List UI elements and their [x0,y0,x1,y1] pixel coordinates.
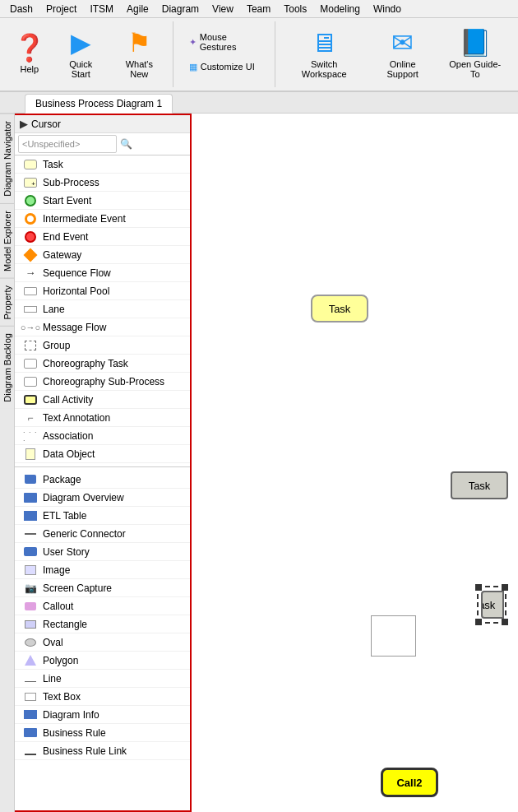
openguide-button[interactable]: 📘 Open Guide-To [440,22,510,86]
whatsnew-label: What's New [117,59,162,79]
tab-bar: Business Process Diagram 1 [0,92,518,114]
sidebar-item-line[interactable]: Line [15,670,190,688]
sidebar-item-message-flow[interactable]: ○→○ Message Flow [15,318,190,336]
sidebar-item-user-story[interactable]: User Story [15,543,190,561]
sidebar-item-call-activity[interactable]: Call Activity [15,391,190,409]
sidebar-item-text-box[interactable]: Text Box [15,688,190,706]
left-tab-explorer[interactable]: Model Explorer [0,203,14,278]
sidebar-item-start-event[interactable]: Start Event [15,192,190,210]
menu-view[interactable]: View [206,2,240,16]
generic-connector-icon [23,527,38,541]
toolbar-filter-area: <Unspecified> 🔍 [15,133,190,155]
screen-capture-icon: 📷 [23,582,38,595]
toolbar-input[interactable]: <Unspecified> [18,135,117,153]
switchworkspace-button[interactable]: 🖥 Switch Workspace [284,22,365,86]
left-tab-property[interactable]: Property [0,278,14,327]
menu-agile[interactable]: Agile [120,2,155,16]
menu-team[interactable]: Team [240,2,277,16]
sidebar-item-diagram-info[interactable]: Diagram Info [15,706,190,724]
sidebar-item-call-activity-label: Call Activity [43,394,93,406]
onlinesupport-button[interactable]: ✉ Online Support [368,22,437,86]
sidebar-item-image[interactable]: Image [15,561,190,579]
text-annotation-icon: ⌐ [23,411,38,425]
sidebar-item-gateway[interactable]: Gateway [15,246,190,264]
package-icon [23,473,38,486]
sidebar-item-task[interactable]: Task [15,155,190,174]
sidebar-item-diagram-overview[interactable]: Diagram Overview [15,489,190,507]
sidebar-item-intermediate-event[interactable]: Intermediate Event [15,210,190,228]
onlinesupport-icon: ✉ [391,30,414,56]
sequence-flow-icon: → [23,267,38,280]
sidebar-item-rectangle[interactable]: Rectangle [15,615,190,633]
whatsnew-button[interactable]: ⚑ What's New [111,22,168,86]
canvas-task2[interactable]: Task [451,471,508,499]
sidebar-item-callout[interactable]: Callout [15,597,190,615]
canvas-rect1[interactable] [371,615,416,657]
sidebar-item-generic-connector[interactable]: Generic Connector [15,525,190,543]
sidebar-item-choreography-subprocess[interactable]: Choreography Sub-Process [15,373,190,391]
sidebar-item-text-annotation-label: Text Annotation [43,412,110,424]
sidebar-item-rectangle-label: Rectangle [43,619,87,630]
menu-project[interactable]: Project [39,2,83,16]
customizeui-button[interactable]: ▦ Customize UI [182,55,270,78]
sidebar-item-oval[interactable]: Oval [15,633,190,652]
menu-bar: Dash Project ITSM Agile Diagram View Tea… [0,0,518,18]
canvas[interactable]: Task Task Task Call2 [192,114,518,812]
handle-tr [502,584,508,591]
sidebar-item-user-story-label: User Story [43,546,90,558]
sidebar-item-text-annotation[interactable]: ⌐ Text Annotation [15,409,190,427]
cursor-label: Cursor [31,118,61,130]
mousegestures-button[interactable]: ✦ Mouse Gestures [182,30,270,53]
sidebar-item-association-label: Association [43,430,93,442]
sidebar-item-diagram-overview-label: Diagram Overview [43,492,124,503]
toolbar-search-icon[interactable]: 🔍 [120,138,132,150]
cursor-row[interactable]: ▶ Cursor [15,115,190,133]
openguide-label: Open Guide-To [446,59,504,79]
data-object-icon [23,448,38,461]
toolbar: ❓ Help ▶ Quick Start ⚑ What's New ✦ Mous… [0,18,518,92]
canvas-task3[interactable]: Task [481,591,504,619]
sidebar-item-business-rule[interactable]: Business Rule [15,724,190,742]
sidebar-item-subprocess[interactable]: Sub-Process [15,174,190,192]
menu-windo[interactable]: Windo [367,2,408,16]
menu-dash[interactable]: Dash [3,2,39,16]
sidebar-item-package[interactable]: Package [15,471,190,489]
left-tab-backlog[interactable]: Diagram Backlog [0,326,14,409]
intermediate-event-icon [23,212,38,225]
sidebar-item-gateway-label: Gateway [43,249,81,261]
sidebar-item-sequence-flow[interactable]: → Sequence Flow [15,264,190,282]
sidebar-item-lane[interactable]: Lane [15,300,190,318]
task-icon [23,158,38,171]
sidebar-item-polygon[interactable]: Polygon [15,652,190,670]
customizeui-label: Customize UI [201,62,255,72]
menu-itsm[interactable]: ITSM [83,2,120,16]
menu-modeling[interactable]: Modeling [313,2,367,16]
menu-diagram[interactable]: Diagram [155,2,206,16]
text-box-icon [23,690,38,703]
sidebar-item-group[interactable]: Group [15,336,190,355]
sidebar-item-data-object-label: Data Object [43,448,95,460]
canvas-task1[interactable]: Task [311,295,368,322]
whatsnew-icon: ⚑ [127,30,151,56]
sidebar-item-business-rule-link[interactable]: Business Rule Link [15,742,190,760]
sidebar-item-screen-capture[interactable]: 📷 Screen Capture [15,579,190,597]
sidebar-item-association[interactable]: · · · · Association [15,427,190,445]
sidebar-item-choreography-task[interactable]: Choreography Task [15,355,190,373]
sidebar-item-data-object[interactable]: Data Object [15,445,190,463]
sidebar-item-end-event[interactable]: End Event [15,228,190,246]
sidebar-item-task-label: Task [43,159,63,170]
sidebar-item-horizontal-pool[interactable]: Horizontal Pool [15,282,190,300]
toolbar-group-main: ❓ Help ▶ Quick Start ⚑ What's New [3,21,173,87]
tab-bpd1[interactable]: Business Process Diagram 1 [25,94,173,114]
polygon-icon [23,654,38,667]
sidebar-item-etl-table[interactable]: ETL Table [15,507,190,525]
sidebar-item-image-label: Image [43,564,70,576]
canvas-call2[interactable]: Call2 [381,768,438,797]
quickstart-icon: ▶ [71,30,91,56]
menu-tools[interactable]: Tools [277,2,313,16]
sidebar-item-generic-connector-label: Generic Connector [43,528,126,540]
help-button[interactable]: ❓ Help [8,22,51,86]
left-tab-navigator[interactable]: Diagram Navigator [0,114,14,203]
quickstart-button[interactable]: ▶ Quick Start [54,22,108,86]
toolbar-input-value: <Unspecified> [22,139,80,149]
